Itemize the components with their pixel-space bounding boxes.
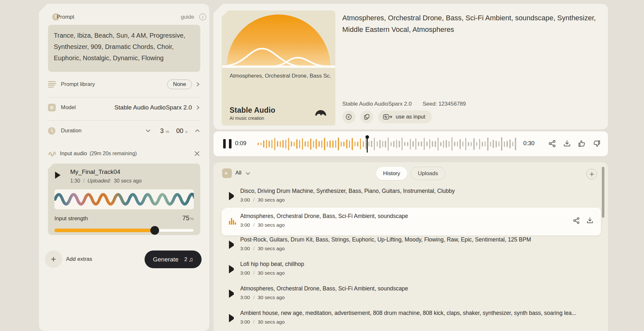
generate-credits: 2 ♫ <box>184 256 193 263</box>
duration-seconds[interactable]: 00 <box>176 127 183 135</box>
history-row[interactable]: Ambient house, new age, meditation, adve… <box>222 306 601 331</box>
input-audio-remaining: (29m 20s remaining) <box>90 151 137 156</box>
input-strength-slider[interactable] <box>54 226 194 234</box>
history-row[interactable]: Post-Rock, Guitars, Drum Kit, Bass, Stri… <box>222 233 601 257</box>
prompt-label: Prompt <box>57 14 74 20</box>
history-tabs: History Uploads <box>213 167 608 180</box>
history-row-active[interactable]: Atmospheres, Orchestral Drone, Bass, Sci… <box>222 208 601 235</box>
tab-history[interactable]: History <box>376 167 407 180</box>
prompt-library-icon <box>48 81 56 88</box>
info-icon[interactable]: i <box>199 14 206 20</box>
pause-button[interactable] <box>223 139 232 148</box>
model-label: Model <box>61 104 76 111</box>
input-strength-row: Input strength 75 % <box>54 214 194 222</box>
track-seed: Seed: 123456789 <box>423 101 466 107</box>
history-panel: All History Uploads Disco, Driving Drum … <box>213 162 608 331</box>
uploaded-time: 30 secs ago <box>114 178 142 184</box>
use-as-input-icon <box>383 114 393 120</box>
history-row[interactable]: Disco, Driving Drum Machine, Synthesizer… <box>222 184 601 209</box>
current-time: 0:09 <box>235 140 254 147</box>
generate-button[interactable]: Generate 2 ♫ <box>145 251 202 268</box>
use-as-input-button[interactable]: use as input <box>378 110 432 123</box>
scrollbar[interactable] <box>602 167 604 218</box>
play-icon[interactable] <box>55 172 61 179</box>
slider-knob[interactable] <box>150 226 159 235</box>
player-bar: 0:09 0:30 <box>213 131 608 156</box>
mountain-lines-graphic <box>222 43 335 69</box>
model-row[interactable]: Model Stable Audio AudioSparx 2.0 <box>48 102 200 113</box>
model-value: Stable Audio AudioSparx 2.0 <box>114 104 192 111</box>
input-strength-label: Input strength <box>54 215 88 222</box>
history-row[interactable]: Atmospheres, Orchestral Drone, Bass, Sci… <box>222 282 601 306</box>
input-audio-card: My_Final_Track04 1:30 / Uploaded: 30 sec… <box>48 164 200 235</box>
divider <box>48 97 200 98</box>
chevron-up-icon[interactable] <box>194 128 200 134</box>
duration-seconds-unit: s <box>185 129 188 134</box>
input-audio-header: Input audio (29m 20s remaining) <box>48 149 200 158</box>
duration-label: Duration <box>61 128 81 134</box>
prompt-library-value[interactable]: None <box>167 80 192 89</box>
share-button[interactable] <box>547 138 557 149</box>
regenerate-button[interactable] <box>342 110 355 123</box>
add-button[interactable] <box>586 169 597 179</box>
brand-logo-icon <box>315 107 327 116</box>
play-icon[interactable] <box>229 192 236 200</box>
prompt-library-label: Prompt library <box>61 81 95 88</box>
download-button[interactable] <box>562 138 572 149</box>
now-playing-card: Atmospheres, Orchestral Drone, Bass Sc..… <box>213 4 608 129</box>
slider-fill <box>54 229 155 232</box>
music-note-icon: ♫ <box>189 256 193 263</box>
model-icon <box>48 104 56 111</box>
input-strength-value: 75 <box>182 214 189 222</box>
input-audio-waveform <box>54 189 194 209</box>
clock-icon <box>48 127 55 135</box>
input-file-name: My_Final_Track04 <box>70 168 120 175</box>
chevron-right-icon <box>196 105 200 110</box>
close-icon[interactable] <box>194 150 200 157</box>
uploaded-label: Uploaded: <box>88 178 111 184</box>
input-file-duration: 1:30 <box>70 178 80 184</box>
add-extras-button[interactable]: + <box>45 251 62 268</box>
thumbs-down-button[interactable] <box>592 138 602 149</box>
player-waveform[interactable] <box>258 134 518 154</box>
copy-button[interactable] <box>360 110 373 123</box>
chevron-down-icon[interactable] <box>145 128 151 134</box>
tab-uploads[interactable]: Uploads <box>411 167 445 180</box>
track-meta: Stable Audio AudioSparx 2.0 Seed: 123456… <box>342 101 466 107</box>
download-icon[interactable] <box>586 217 594 224</box>
art-caption: Atmospheres, Orchestral Drone, Bass Sc..… <box>230 73 331 79</box>
play-icon[interactable] <box>229 289 236 298</box>
album-art: Atmospheres, Orchestral Drone, Bass Sc..… <box>222 11 335 125</box>
history-row[interactable]: Lofi hip hop beat, chillhop 3:00/30 secs… <box>222 257 601 282</box>
guide-link[interactable]: guide <box>181 14 194 20</box>
generation-settings-panel: T Prompt guide i Trance, Ibiza, Beach, S… <box>39 4 209 331</box>
duration-minutes[interactable]: 3 <box>160 127 164 135</box>
brand-tagline: AI music creation <box>230 116 264 121</box>
track-title: Atmospheres, Orchestral Drone, Bass, Sci… <box>342 12 601 35</box>
chevron-right-icon <box>196 82 200 87</box>
playing-equalizer-icon[interactable] <box>229 217 236 225</box>
track-actions: use as input <box>342 110 432 123</box>
input-audio-label: Input audio <box>60 150 87 157</box>
add-extras-label: Add extras <box>66 256 92 262</box>
brand-name: Stable Audio <box>230 106 275 115</box>
play-icon[interactable] <box>229 314 236 322</box>
input-file-meta: 1:30 / Uploaded: 30 secs ago <box>70 178 142 184</box>
duration-minutes-unit: m <box>166 129 169 134</box>
track-model: Stable Audio AudioSparx 2.0 <box>342 101 412 107</box>
prompt-library-row[interactable]: Prompt library None <box>48 79 200 90</box>
thumbs-up-button[interactable] <box>577 138 587 149</box>
total-time: 0:30 <box>523 140 543 147</box>
prompt-input[interactable]: Trance, Ibiza, Beach, Sun, 4 AM, Progres… <box>48 25 200 72</box>
duration-row: Duration 3 m 00 s <box>48 126 200 136</box>
share-icon[interactable] <box>573 217 580 224</box>
play-icon[interactable] <box>229 241 236 249</box>
playhead[interactable] <box>367 135 368 153</box>
divider <box>48 120 200 121</box>
input-audio-icon <box>48 150 56 157</box>
play-icon[interactable] <box>229 265 236 273</box>
